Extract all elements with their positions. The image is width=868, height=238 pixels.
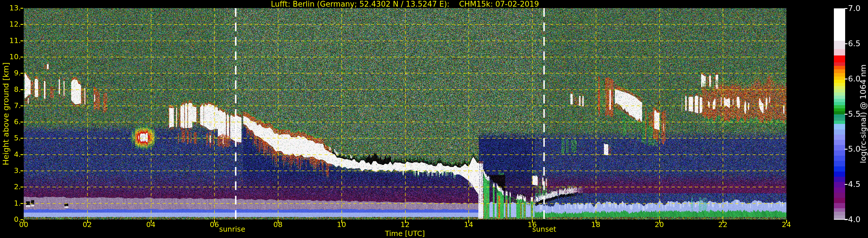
x-tick-label: 02 (83, 221, 92, 229)
x-tick-label: 14 (464, 221, 473, 229)
x-tick-label: 16 (528, 221, 537, 229)
colorbar-tick-label: 6.0 (848, 74, 861, 83)
lidar-heatmap-canvas (0, 0, 868, 238)
x-tick-label: 08 (273, 221, 283, 229)
y-tick-label: 5. (0, 134, 21, 142)
plot-title: Lufft: Berlin (Germany; 52.4302 N / 13.5… (271, 0, 539, 8)
y-tick-label: 3. (0, 166, 21, 175)
y-tick-label: 0. (0, 215, 21, 224)
y-tick-label: 4. (0, 150, 21, 159)
lidar-quicklook-app: Lufft: Berlin (Germany; 52.4302 N / 13.5… (0, 0, 868, 238)
colorbar-tick-label: 4.0 (848, 215, 861, 224)
y-tick-label: 13. (0, 4, 21, 12)
x-tick-label: 04 (146, 221, 156, 229)
y-tick-label: 2. (0, 182, 21, 191)
colorbar-tick-label: 6.5 (848, 39, 861, 48)
y-tick-label: 7. (0, 101, 21, 110)
x-tick-label: 10 (337, 221, 346, 229)
colorbar-tick-label: 5.5 (848, 109, 861, 119)
colorbar-tick-label: 5.0 (848, 144, 861, 154)
y-axis-title: Height above ground [km] (1, 62, 10, 165)
y-tick-label: 10. (0, 53, 21, 61)
y-tick-label: 8. (0, 85, 21, 94)
y-tick-label: 1. (0, 199, 21, 208)
x-tick-label: 18 (591, 221, 600, 229)
sunrise-label: sunrise (219, 225, 245, 233)
x-tick-label: 12 (401, 221, 410, 229)
x-axis-title: Time [UTC] (385, 229, 425, 238)
colorbar-tick-label: 7.0 (848, 4, 861, 13)
x-tick-label: 20 (655, 221, 664, 229)
x-tick-label: 24 (782, 221, 791, 229)
x-tick-label: 22 (718, 221, 727, 229)
y-tick-label: 6. (0, 117, 21, 126)
x-tick-label: 06 (210, 221, 219, 229)
y-tick-label: 11. (0, 36, 21, 45)
y-tick-label: 9. (0, 69, 21, 77)
y-tick-label: 12. (0, 20, 21, 29)
colorbar-tick-label: 4.5 (848, 180, 861, 189)
x-tick-label: 00 (19, 221, 28, 229)
